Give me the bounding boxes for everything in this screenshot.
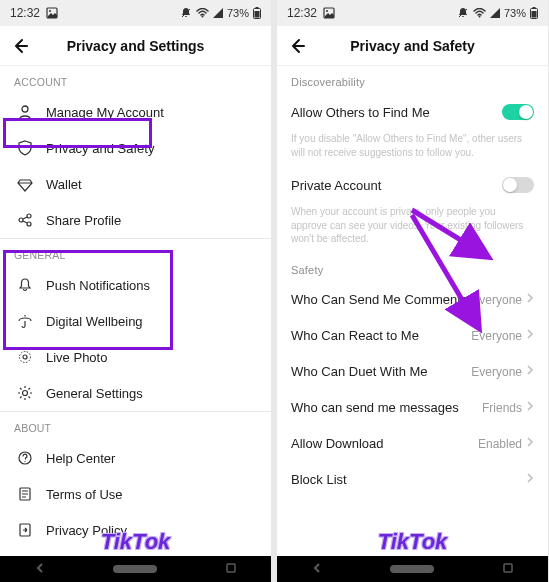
row-manage-account[interactable]: Manage My Account bbox=[0, 94, 271, 130]
row-block-list[interactable]: Block List bbox=[277, 462, 548, 498]
bell-off-icon bbox=[180, 7, 192, 19]
chevron-right-icon bbox=[526, 328, 534, 343]
svg-rect-30 bbox=[532, 11, 537, 18]
picture-icon bbox=[323, 7, 335, 19]
row-label: Live Photo bbox=[46, 350, 257, 365]
section-discoverability: Discoverability bbox=[277, 66, 548, 94]
row-who-react[interactable]: Who Can React to Me Everyone bbox=[277, 318, 548, 354]
svg-rect-6 bbox=[255, 11, 260, 18]
row-terms[interactable]: Terms of Use bbox=[0, 476, 271, 512]
row-value: Everyone bbox=[471, 329, 522, 343]
row-digital-wellbeing[interactable]: Digital Wellbeing bbox=[0, 303, 271, 339]
android-navbar bbox=[0, 556, 271, 582]
person-icon bbox=[14, 104, 36, 120]
battery-icon bbox=[530, 7, 538, 19]
svg-point-10 bbox=[27, 222, 31, 226]
svg-point-15 bbox=[23, 391, 28, 396]
row-live-photo[interactable]: Live Photo bbox=[0, 339, 271, 375]
row-privacy-policy[interactable]: Privacy Policy bbox=[0, 512, 271, 548]
help-text: When your account is private, only peopl… bbox=[277, 203, 548, 254]
help-text: If you disable "Allow Others to Find Me"… bbox=[277, 130, 548, 167]
row-copyright[interactable]: Copyright Poli bbox=[0, 548, 271, 556]
row-label: Wallet bbox=[46, 177, 257, 192]
nav-home-pill[interactable] bbox=[113, 565, 157, 573]
chevron-right-icon bbox=[526, 292, 534, 307]
bell-off-icon bbox=[457, 7, 469, 19]
row-label: Terms of Use bbox=[46, 487, 257, 502]
svg-line-12 bbox=[23, 221, 27, 223]
row-allow-find-me[interactable]: Allow Others to Find Me bbox=[277, 94, 548, 130]
toggle-allow-find[interactable] bbox=[502, 104, 534, 120]
row-label: Private Account bbox=[291, 178, 502, 193]
phone-right: 12:32 73% Privacy and Safety Discoverabi… bbox=[277, 0, 548, 582]
svg-point-27 bbox=[478, 16, 480, 18]
section-about: ABOUT bbox=[0, 412, 271, 440]
back-button[interactable] bbox=[0, 26, 40, 66]
chevron-right-icon bbox=[526, 472, 534, 487]
row-push-notifications[interactable]: Push Notifications bbox=[0, 267, 271, 303]
bell-icon bbox=[14, 277, 36, 293]
svg-point-1 bbox=[49, 10, 51, 12]
row-who-messages[interactable]: Who can send me messages Friends bbox=[277, 390, 548, 426]
nav-back-icon[interactable] bbox=[311, 560, 323, 578]
section-safety: Safety bbox=[277, 254, 548, 282]
svg-point-9 bbox=[27, 214, 31, 218]
diamond-icon bbox=[14, 176, 36, 192]
chevron-right-icon bbox=[526, 436, 534, 451]
phone-left: 12:32 73% Privacy and Settings ACCOUNT M… bbox=[0, 0, 271, 582]
battery-icon bbox=[253, 7, 261, 19]
row-who-duet[interactable]: Who Can Duet With Me Everyone bbox=[277, 354, 548, 390]
row-label: Share Profile bbox=[46, 213, 257, 228]
back-button[interactable] bbox=[277, 26, 317, 66]
document-arrow-icon bbox=[14, 522, 36, 538]
status-bar: 12:32 73% bbox=[277, 0, 548, 26]
row-private-account[interactable]: Private Account bbox=[277, 167, 548, 203]
row-label: Privacy Policy bbox=[46, 523, 257, 538]
battery-text: 73% bbox=[504, 7, 526, 19]
row-allow-download[interactable]: Allow Download Enabled bbox=[277, 426, 548, 462]
row-share-profile[interactable]: Share Profile bbox=[0, 202, 271, 238]
android-navbar bbox=[277, 556, 548, 582]
row-label: Who can send me messages bbox=[291, 400, 482, 415]
help-icon bbox=[14, 450, 36, 466]
share-icon bbox=[14, 212, 36, 228]
arrow-left-icon bbox=[11, 37, 29, 55]
nav-back-icon[interactable] bbox=[34, 560, 46, 578]
row-label: General Settings bbox=[46, 386, 257, 401]
shield-icon bbox=[14, 140, 36, 156]
row-help-center[interactable]: Help Center bbox=[0, 440, 271, 476]
row-who-comments[interactable]: Who Can Send Me Comments Everyone bbox=[277, 282, 548, 318]
arrow-left-icon bbox=[288, 37, 306, 55]
section-account: ACCOUNT bbox=[0, 66, 271, 94]
row-privacy-safety[interactable]: Privacy and Safety bbox=[0, 130, 271, 166]
nav-recent-icon[interactable] bbox=[225, 560, 237, 578]
privacy-list[interactable]: Discoverability Allow Others to Find Me … bbox=[277, 66, 548, 556]
row-label: Block List bbox=[291, 472, 526, 487]
header: Privacy and Settings bbox=[0, 26, 271, 66]
header: Privacy and Safety bbox=[277, 26, 548, 66]
live-photo-icon bbox=[14, 349, 36, 365]
wifi-icon bbox=[473, 8, 486, 18]
settings-list[interactable]: ACCOUNT Manage My Account Privacy and Sa… bbox=[0, 66, 271, 556]
row-label: Push Notifications bbox=[46, 278, 257, 293]
nav-home-pill[interactable] bbox=[390, 565, 434, 573]
row-label: Digital Wellbeing bbox=[46, 314, 257, 329]
toggle-private-account[interactable] bbox=[502, 177, 534, 193]
svg-point-3 bbox=[201, 16, 203, 18]
battery-text: 73% bbox=[227, 7, 249, 19]
row-general-settings[interactable]: General Settings bbox=[0, 375, 271, 411]
document-icon bbox=[14, 486, 36, 502]
row-label: Who Can React to Me bbox=[291, 328, 471, 343]
row-label: Allow Download bbox=[291, 436, 478, 451]
umbrella-icon bbox=[14, 313, 36, 329]
row-value: Everyone bbox=[471, 365, 522, 379]
row-wallet[interactable]: Wallet bbox=[0, 166, 271, 202]
chevron-right-icon bbox=[526, 400, 534, 415]
svg-rect-33 bbox=[504, 564, 512, 572]
row-label: Who Can Duet With Me bbox=[291, 364, 471, 379]
row-label: Allow Others to Find Me bbox=[291, 105, 502, 120]
gear-icon bbox=[14, 385, 36, 401]
nav-recent-icon[interactable] bbox=[502, 560, 514, 578]
row-label: Privacy and Safety bbox=[46, 141, 257, 156]
svg-point-14 bbox=[20, 352, 31, 363]
